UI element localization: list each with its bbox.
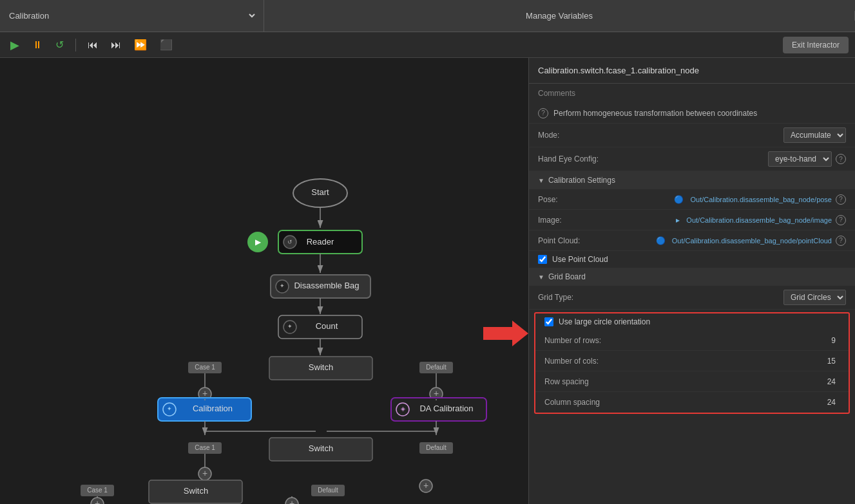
num-cols-row: Number of cols: 15 bbox=[535, 351, 849, 371]
manage-variables-button[interactable]: Manage Variables bbox=[264, 11, 855, 21]
pause-button[interactable]: ⏸ bbox=[28, 37, 46, 53]
info-icon: ? bbox=[538, 108, 548, 118]
main-area: Start ▶ ↺ Reader ✦ Disassemble Bag bbox=[0, 58, 855, 504]
large-circle-label: Use large circle orientation bbox=[559, 317, 650, 326]
top-bar: Calibration Manage Variables bbox=[0, 0, 855, 32]
right-panel: Calibration.switch.fcase_1.calibration_n… bbox=[528, 58, 855, 504]
svg-text:+: + bbox=[95, 498, 100, 504]
large-circle-row[interactable]: Use large circle orientation bbox=[535, 313, 849, 330]
svg-text:Calibration: Calibration bbox=[193, 404, 233, 413]
svg-text:▶: ▶ bbox=[255, 238, 262, 247]
grid-type-row: Grid Type: Grid Circles bbox=[529, 286, 855, 310]
use-point-cloud-label: Use Point Cloud bbox=[552, 255, 608, 264]
svg-text:Case 1: Case 1 bbox=[195, 364, 215, 371]
svg-text:✦: ✦ bbox=[167, 406, 172, 412]
svg-text:+: + bbox=[289, 498, 294, 504]
svg-text:+: + bbox=[202, 468, 207, 478]
hand-eye-info-icon[interactable]: ? bbox=[836, 154, 846, 164]
svg-text:Start: Start bbox=[311, 187, 329, 197]
flow-chart: Start ▶ ↺ Reader ✦ Disassemble Bag bbox=[0, 58, 528, 504]
row-spacing-row: Row spacing 24 bbox=[535, 371, 849, 392]
fast-forward-button[interactable]: ⏩ bbox=[130, 36, 151, 53]
row-spacing-value: 24 bbox=[648, 377, 840, 386]
svg-text:Switch: Switch bbox=[184, 486, 208, 496]
image-value: ▸ Out/Calibration.disassemble_bag_node/i… bbox=[641, 215, 846, 225]
panel-title: Calibration.switch.fcase_1.calibration_n… bbox=[529, 58, 855, 84]
large-circle-checkbox[interactable] bbox=[544, 317, 553, 326]
svg-text:Default: Default bbox=[426, 444, 447, 451]
pose-link-icon: 🔵 bbox=[674, 195, 684, 204]
pose-info-icon[interactable]: ? bbox=[836, 194, 846, 205]
toolbar: ▶ ⏸ ↺ ⏮ ⏭ ⏩ ⬛ Exit Interactor bbox=[0, 32, 855, 58]
image-info-icon[interactable]: ? bbox=[836, 215, 846, 225]
svg-text:+: + bbox=[434, 388, 439, 398]
num-rows-row: Number of rows: 9 bbox=[535, 330, 849, 351]
grid-board-header[interactable]: ▼ Grid Board bbox=[529, 268, 855, 286]
col-spacing-row: Column spacing 24 bbox=[535, 392, 849, 413]
point-cloud-info-icon[interactable]: ? bbox=[836, 236, 846, 246]
svg-text:✦: ✦ bbox=[280, 283, 285, 289]
grid-type-select[interactable]: Grid Circles bbox=[783, 290, 846, 305]
svg-text:Disassemble Bag: Disassemble Bag bbox=[294, 281, 359, 290]
num-rows-value: 9 bbox=[648, 336, 840, 345]
point-cloud-value: 🔵 Out/Calibration.disassemble_bag_node/p… bbox=[641, 236, 846, 246]
calib-settings-header[interactable]: ▼ Calibration Settings bbox=[529, 171, 855, 189]
reload-button[interactable]: ↺ bbox=[52, 36, 68, 53]
svg-text:✦: ✦ bbox=[287, 323, 293, 330]
grid-type-value[interactable]: Grid Circles bbox=[641, 290, 846, 305]
hand-eye-select[interactable]: eye-to-hand bbox=[768, 151, 832, 167]
svg-text:Default: Default bbox=[426, 364, 447, 371]
svg-text:◈: ◈ bbox=[401, 406, 405, 412]
skip-forward-button[interactable]: ⏭ bbox=[107, 37, 125, 53]
grid-board-triangle: ▼ bbox=[538, 274, 544, 281]
exit-interactor-button[interactable]: Exit Interactor bbox=[783, 37, 849, 53]
mode-select[interactable]: Accumulate bbox=[783, 127, 846, 143]
point-cloud-row: Point Cloud: 🔵 Out/Calibration.disassemb… bbox=[529, 230, 855, 251]
col-spacing-value: 24 bbox=[648, 398, 840, 407]
info-row: ? Perform homogeneous transformation bet… bbox=[529, 103, 855, 124]
hand-eye-row: Hand Eye Config: eye-to-hand ? bbox=[529, 147, 855, 171]
use-point-cloud-checkbox[interactable] bbox=[538, 255, 547, 264]
project-dropdown[interactable]: Calibration bbox=[0, 0, 264, 32]
svg-text:Switch: Switch bbox=[309, 443, 333, 453]
hand-eye-value[interactable]: eye-to-hand ? bbox=[641, 151, 846, 167]
num-cols-value: 15 bbox=[648, 357, 840, 366]
svg-text:+: + bbox=[423, 480, 428, 490]
mode-row: Mode: Accumulate bbox=[529, 124, 855, 147]
point-cloud-link-icon: 🔵 bbox=[656, 236, 666, 245]
svg-text:Case 1: Case 1 bbox=[87, 487, 108, 494]
svg-text:Switch: Switch bbox=[309, 362, 333, 372]
step-button[interactable]: ⏮ bbox=[84, 37, 102, 53]
svg-text:Default: Default bbox=[318, 487, 338, 494]
use-point-cloud-row[interactable]: Use Point Cloud bbox=[529, 251, 855, 268]
highlighted-section: Use large circle orientation Number of r… bbox=[534, 312, 850, 414]
toolbar-divider bbox=[75, 39, 76, 51]
svg-marker-21 bbox=[483, 321, 528, 346]
svg-text:Case 1: Case 1 bbox=[195, 444, 215, 451]
svg-text:Count: Count bbox=[316, 321, 338, 331]
svg-text:+: + bbox=[202, 388, 207, 398]
comments-row: Comments bbox=[529, 84, 855, 103]
image-row: Image: ▸ Out/Calibration.disassemble_bag… bbox=[529, 210, 855, 230]
canvas-area[interactable]: Start ▶ ↺ Reader ✦ Disassemble Bag bbox=[0, 58, 528, 504]
svg-text:↺: ↺ bbox=[287, 239, 293, 245]
project-select[interactable]: Calibration bbox=[6, 10, 257, 21]
calib-settings-triangle: ▼ bbox=[538, 177, 544, 184]
play-button[interactable]: ▶ bbox=[6, 35, 23, 55]
pose-row: Pose: 🔵 Out/Calibration.disassemble_bag_… bbox=[529, 189, 855, 210]
record-button[interactable]: ⬛ bbox=[156, 36, 177, 53]
svg-text:Reader: Reader bbox=[307, 237, 334, 247]
mode-value[interactable]: Accumulate bbox=[641, 127, 846, 143]
image-link-icon: ▸ bbox=[676, 216, 680, 225]
svg-text:DA Calibration: DA Calibration bbox=[419, 404, 473, 413]
pose-value: 🔵 Out/Calibration.disassemble_bag_node/p… bbox=[641, 194, 846, 205]
